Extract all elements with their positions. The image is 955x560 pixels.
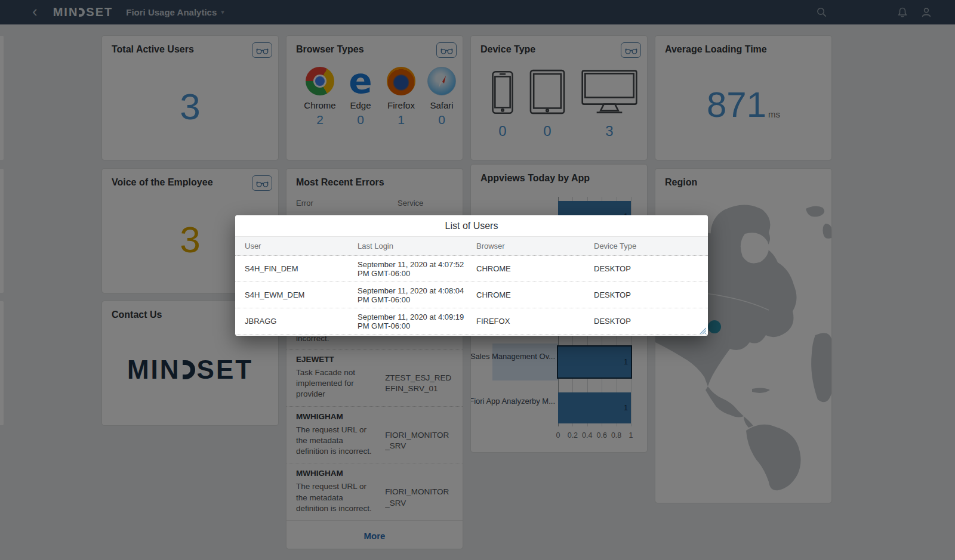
- cell-user: S4H_EWM_DEM: [245, 287, 358, 302]
- cell-last-login: September 11, 2020 at 4:09:19 PM GMT-06:…: [358, 310, 476, 333]
- column-last-login: Last Login: [358, 242, 476, 250]
- cell-user: JBRAGG: [245, 314, 358, 329]
- user-table-row[interactable]: JBRAGG September 11, 2020 at 4:09:19 PM …: [235, 308, 708, 335]
- column-browser: Browser: [476, 242, 594, 250]
- cell-browser: CHROME: [476, 287, 594, 302]
- list-of-users-dialog: List of Users User Last Login Browser De…: [235, 215, 708, 336]
- column-user: User: [245, 242, 358, 250]
- dialog-resize-grip[interactable]: [698, 326, 706, 334]
- cell-device-type: DESKTOP: [594, 314, 706, 329]
- cell-user: S4H_FIN_DEM: [245, 261, 358, 276]
- cell-browser: FIREFOX: [476, 314, 594, 329]
- cell-device-type: DESKTOP: [594, 261, 706, 276]
- cell-device-type: DESKTOP: [594, 287, 706, 302]
- cell-last-login: September 11, 2020 at 4:08:04 PM GMT-06:…: [358, 283, 476, 307]
- user-table-row[interactable]: S4H_FIN_DEM September 11, 2020 at 4:07:5…: [235, 256, 708, 282]
- user-table-row[interactable]: S4H_EWM_DEM September 11, 2020 at 4:08:0…: [235, 282, 708, 308]
- column-device-type: Device Type: [594, 242, 706, 250]
- dialog-title: List of Users: [235, 215, 708, 236]
- cell-browser: CHROME: [476, 261, 594, 276]
- users-table-header: User Last Login Browser Device Type: [235, 236, 708, 256]
- cell-last-login: September 11, 2020 at 4:07:52 PM GMT-06:…: [358, 257, 476, 281]
